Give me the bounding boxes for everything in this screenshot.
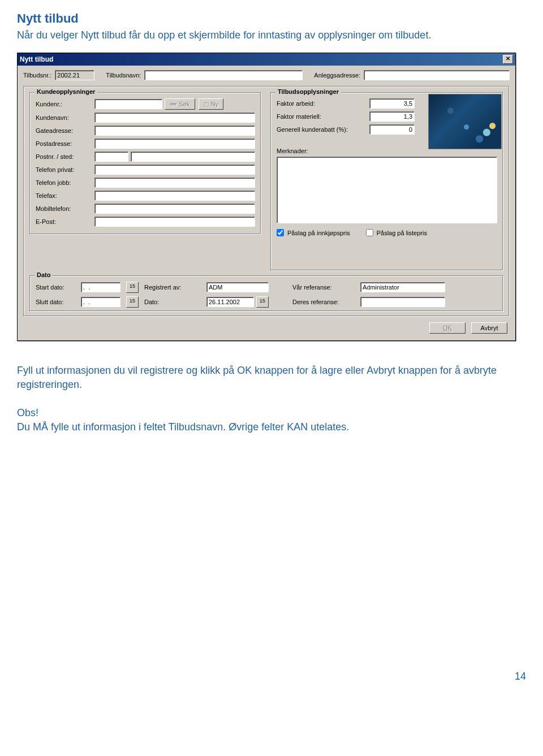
- close-icon: ✕: [506, 55, 510, 62]
- merknader-input[interactable]: [277, 157, 497, 223]
- paslag-listepris-input[interactable]: [366, 229, 373, 236]
- titlebar-text: Nytt tilbud: [20, 55, 53, 63]
- paslag-listepris-checkbox[interactable]: Påslag på listepris: [366, 229, 427, 236]
- tilbudsnr-input: [55, 70, 94, 80]
- anleggsadresse-input[interactable]: [364, 70, 510, 80]
- registrert-av-label: Registrert av:: [144, 284, 201, 291]
- sok-button-label: Søk: [179, 101, 190, 107]
- dato-groupbox: Dato Start dato: 15 Registrert av: Vår r…: [29, 275, 503, 312]
- gateadresse-label: Gateadresse:: [36, 127, 92, 134]
- tilbud-groupbox: Tilbudsopplysninger Faktor arbeid: Fakto…: [270, 92, 503, 271]
- telefax-label: Telefax:: [36, 192, 92, 199]
- telefon-jobb-input[interactable]: [94, 178, 255, 188]
- postadresse-label: Postadresse:: [36, 140, 92, 147]
- footer-buttons: OK Avbryt: [23, 317, 510, 335]
- tilbud-legend: Tilbudsopplysninger: [275, 88, 341, 95]
- faktor-materiell-input[interactable]: [369, 111, 415, 122]
- paslag-innkjop-input[interactable]: [277, 229, 284, 236]
- postadresse-input[interactable]: [94, 139, 255, 149]
- dato-calendar-button[interactable]: 15: [256, 296, 269, 308]
- dato-label: Dato:: [144, 299, 201, 305]
- page-number: 14: [17, 671, 526, 682]
- sted-input[interactable]: [131, 152, 255, 162]
- doc-para3a: Obs!: [17, 407, 526, 419]
- slutt-dato-calendar-button[interactable]: 15: [126, 296, 139, 308]
- start-dato-input[interactable]: [81, 282, 120, 292]
- doc-para2: Fyll ut informasjonen du vil registrere …: [17, 364, 526, 392]
- titlebar: Nytt tilbud ✕: [18, 53, 515, 66]
- sok-button[interactable]: 👓 Søk: [165, 98, 195, 110]
- postnr-label: Postnr. / sted:: [36, 153, 92, 160]
- start-dato-calendar-button[interactable]: 15: [126, 282, 139, 293]
- paslag-listepris-label: Påslag på listepris: [377, 230, 427, 236]
- dialog-nytt-tilbud: Nytt tilbud ✕ Tilbudsnr.: Tilbudsnavn: A…: [17, 53, 516, 341]
- ok-button[interactable]: OK: [429, 322, 466, 334]
- main-groupbox: Kundeopplysninger Kundenr.: 👓 Søk ▢: [23, 86, 510, 317]
- calendar-icon: 15: [130, 283, 135, 289]
- paslag-innkjop-label: Påslag på innkjøpspris: [287, 230, 350, 236]
- tilbudsnr-label: Tilbudsnr.:: [23, 72, 51, 79]
- slutt-dato-label: Slutt dato:: [36, 299, 75, 305]
- ny-button[interactable]: ▢ Ny: [199, 98, 223, 110]
- dialog-body: Tilbudsnr.: Tilbudsnavn: Anleggsadresse:…: [18, 66, 515, 340]
- deres-ref-input[interactable]: [360, 297, 445, 307]
- var-ref-label: Vår referanse:: [292, 284, 355, 291]
- epost-input[interactable]: [94, 217, 255, 227]
- slutt-dato-input[interactable]: [81, 297, 120, 307]
- faktor-materiell-label: Faktor materiell:: [277, 113, 367, 120]
- generell-rabatt-label: Generell kunderabatt (%):: [277, 126, 367, 133]
- kunde-groupbox: Kundeopplysninger Kundenr.: 👓 Søk ▢: [29, 92, 261, 235]
- generell-rabatt-input[interactable]: [369, 124, 415, 135]
- faktor-arbeid-input[interactable]: [369, 98, 415, 109]
- telefon-jobb-label: Telefon jobb:: [36, 179, 92, 186]
- kunde-legend: Kundeopplysninger: [35, 88, 97, 95]
- doc-para3b: Du MÅ fylle ut informasjon i feltet Tilb…: [17, 421, 526, 433]
- anleggsadresse-label: Anleggsadresse:: [314, 72, 360, 79]
- kundenr-input[interactable]: [94, 99, 162, 109]
- mobil-label: Mobiltelefon:: [36, 205, 92, 212]
- dato-input[interactable]: [206, 297, 254, 307]
- doc-intro: Når du velger Nytt tilbud får du opp et …: [17, 28, 526, 42]
- calendar-icon: 15: [130, 298, 135, 304]
- epost-label: E-Post:: [36, 218, 92, 225]
- top-row: Tilbudsnr.: Tilbudsnavn: Anleggsadresse:: [23, 70, 510, 80]
- tilbudsnavn-input[interactable]: [144, 70, 303, 80]
- avbryt-button-label: Avbryt: [481, 325, 498, 331]
- preview-image: [428, 94, 502, 149]
- kundenavn-label: Kundenavn:: [36, 114, 92, 121]
- doc-title: Nytt tilbud: [17, 11, 526, 26]
- telefon-privat-input[interactable]: [94, 165, 255, 175]
- mobil-input[interactable]: [94, 204, 255, 214]
- binoculars-icon: 👓: [170, 101, 176, 107]
- calendar-icon: 15: [260, 298, 265, 304]
- telefax-input[interactable]: [94, 191, 255, 201]
- faktor-arbeid-label: Faktor arbeid:: [277, 100, 367, 107]
- dato-legend: Dato: [35, 271, 53, 278]
- deres-ref-label: Deres referanse:: [292, 299, 355, 305]
- registrert-av-input[interactable]: [206, 282, 269, 292]
- postnr-input[interactable]: [94, 152, 128, 162]
- kundenr-label: Kundenr.:: [36, 101, 92, 107]
- var-ref-input[interactable]: [360, 282, 445, 292]
- paslag-innkjop-checkbox[interactable]: Påslag på innkjøpspris: [277, 229, 350, 236]
- start-dato-label: Start dato:: [36, 284, 75, 291]
- ny-button-label: Ny: [211, 101, 218, 107]
- new-doc-icon: ▢: [204, 101, 209, 107]
- avbryt-button[interactable]: Avbryt: [471, 322, 507, 334]
- close-button[interactable]: ✕: [503, 55, 513, 64]
- tilbudsnavn-label: Tilbudsnavn:: [106, 72, 141, 79]
- ok-button-label: OK: [443, 325, 452, 331]
- kundenavn-input[interactable]: [94, 113, 255, 123]
- telefon-privat-label: Telefon privat:: [36, 166, 92, 173]
- gateadresse-input[interactable]: [94, 126, 255, 136]
